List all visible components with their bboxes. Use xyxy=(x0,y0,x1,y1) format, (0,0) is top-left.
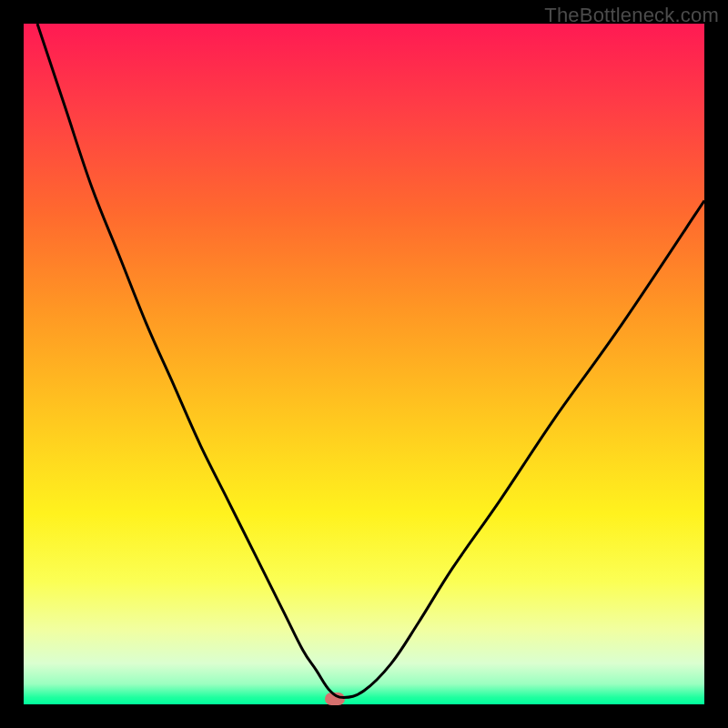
watermark-text: TheBottleneck.com xyxy=(544,4,719,27)
curve-path xyxy=(37,24,704,698)
chart-frame xyxy=(24,24,704,704)
bottleneck-curve xyxy=(24,24,704,704)
